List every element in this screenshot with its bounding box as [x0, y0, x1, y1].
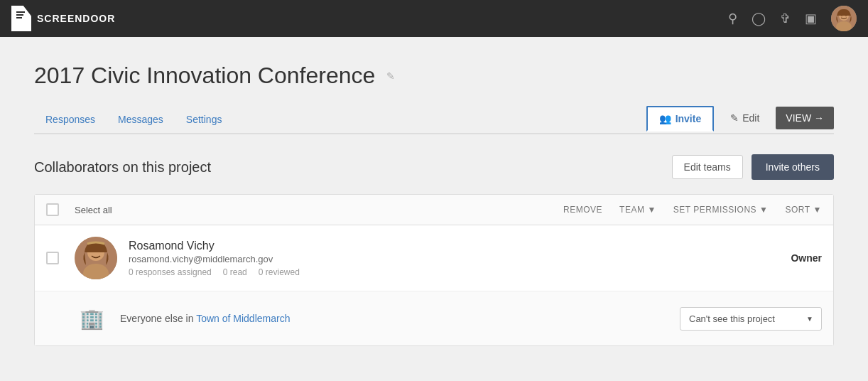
tabs-group: Responses Messages Settings	[34, 107, 646, 133]
table-row: Rosamond Vichy rosamond.vichy@middlemarc…	[35, 225, 833, 291]
user-name: Rosamond Vichy	[129, 240, 791, 252]
edit-tab-button[interactable]: ✎ Edit	[720, 106, 770, 130]
org-link[interactable]: Town of Middlemarch	[196, 313, 290, 324]
view-tab-label: VIEW →	[786, 112, 824, 124]
reviewed-count: 0 reviewed	[259, 267, 300, 277]
collaborators-title: Collaborators on this project	[34, 159, 211, 176]
page-title-row: 2017 Civic Innovation Conference ✎	[34, 63, 834, 89]
document-icon[interactable]: ▣	[805, 11, 817, 26]
people-icon: 👥	[659, 113, 671, 124]
collaborators-actions: Edit teams Invite others	[672, 154, 834, 180]
set-permissions-label: SET PERMISSIONS	[673, 205, 756, 215]
select-all-checkbox[interactable]	[46, 203, 59, 216]
remove-button[interactable]: REMOVE	[563, 205, 602, 215]
invite-tab-button[interactable]: 👥 Invite	[646, 106, 715, 132]
user-role: Owner	[791, 252, 822, 264]
table-actions: REMOVE TEAM ▼ SET PERMISSIONS ▼ SORT ▼	[563, 205, 822, 215]
navbar: SCREENDOOR ⚲ ◯ ✞ ▣	[0, 0, 868, 37]
invite-others-button[interactable]: Invite others	[752, 154, 834, 180]
permission-wrapper: Can't see this project Can view response…	[680, 307, 822, 331]
svg-rect-2	[16, 17, 22, 18]
team-label: TEAM	[619, 205, 644, 215]
user-stats: 0 responses assigned 0 read 0 reviewed	[129, 267, 791, 277]
tab-responses[interactable]: Responses	[34, 107, 107, 134]
table-header: Select all REMOVE TEAM ▼ SET PERMISSIONS…	[35, 195, 833, 225]
collaborators-header: Collaborators on this project Edit teams…	[34, 154, 834, 180]
team-chevron-icon: ▼	[647, 205, 656, 215]
svg-rect-0	[16, 11, 25, 13]
remove-label: REMOVE	[563, 205, 602, 215]
edit-teams-button[interactable]: Edit teams	[672, 155, 743, 179]
actions-group: 👥 Invite ✎ Edit VIEW →	[646, 106, 834, 133]
app-name: SCREENDOOR	[37, 13, 115, 24]
user-avatar	[75, 237, 117, 279]
everyone-prefix: Everyone else in	[120, 313, 194, 324]
everyone-text: Everyone else in Town of Middlemarch	[120, 313, 680, 324]
select-all-label: Select all	[75, 205, 563, 215]
tab-messages[interactable]: Messages	[107, 107, 175, 134]
navbar-icons: ⚲ ◯ ✞ ▣	[728, 6, 857, 31]
avatar-image	[831, 6, 857, 31]
logo-icon	[11, 6, 31, 31]
svg-rect-1	[16, 14, 23, 16]
set-permissions-button[interactable]: SET PERMISSIONS ▼	[673, 205, 769, 215]
help-icon[interactable]: ◯	[752, 11, 766, 26]
page-title: 2017 Civic Innovation Conference	[34, 63, 375, 89]
view-tab-button[interactable]: VIEW →	[776, 107, 834, 129]
lightning-icon[interactable]: ✞	[780, 11, 791, 26]
edit-tab-label: Edit	[742, 112, 759, 124]
select-all-checkbox-col	[46, 203, 75, 216]
pencil-icon: ✎	[730, 112, 739, 124]
permission-select[interactable]: Can't see this project Can view response…	[680, 307, 822, 331]
content-wrapper: 2017 Civic Innovation Conference ✎ Respo…	[34, 63, 834, 346]
sort-button[interactable]: SORT ▼	[785, 205, 822, 215]
search-icon[interactable]: ⚲	[728, 11, 737, 26]
collaborators-table: Select all REMOVE TEAM ▼ SET PERMISSIONS…	[34, 194, 834, 346]
responses-assigned: 0 responses assigned	[129, 267, 212, 277]
permission-col: Can't see this project Can view response…	[680, 307, 822, 331]
user-email: rosamond.vichy@middlemarch.gov	[129, 254, 791, 264]
read-count: 0 read	[223, 267, 247, 277]
tab-settings[interactable]: Settings	[175, 107, 234, 134]
avatar[interactable]	[831, 6, 857, 31]
user-info: Rosamond Vichy rosamond.vichy@middlemarc…	[129, 240, 791, 277]
team-button[interactable]: TEAM ▼	[619, 205, 656, 215]
permissions-chevron-icon: ▼	[759, 205, 768, 215]
invite-tab-label: Invite	[676, 113, 702, 124]
everyone-else-row: 🏢 Everyone else in Town of Middlemarch C…	[35, 291, 833, 345]
tabs-and-actions: Responses Messages Settings 👥 Invite ✎ E…	[34, 106, 834, 134]
brand: SCREENDOOR	[11, 6, 115, 31]
row-checkbox-col	[46, 252, 75, 264]
building-icon: 🏢	[75, 301, 109, 336]
sort-label: SORT	[785, 205, 810, 215]
row-checkbox[interactable]	[46, 252, 59, 264]
sort-chevron-icon: ▼	[813, 205, 822, 215]
edit-title-icon[interactable]: ✎	[384, 68, 398, 85]
